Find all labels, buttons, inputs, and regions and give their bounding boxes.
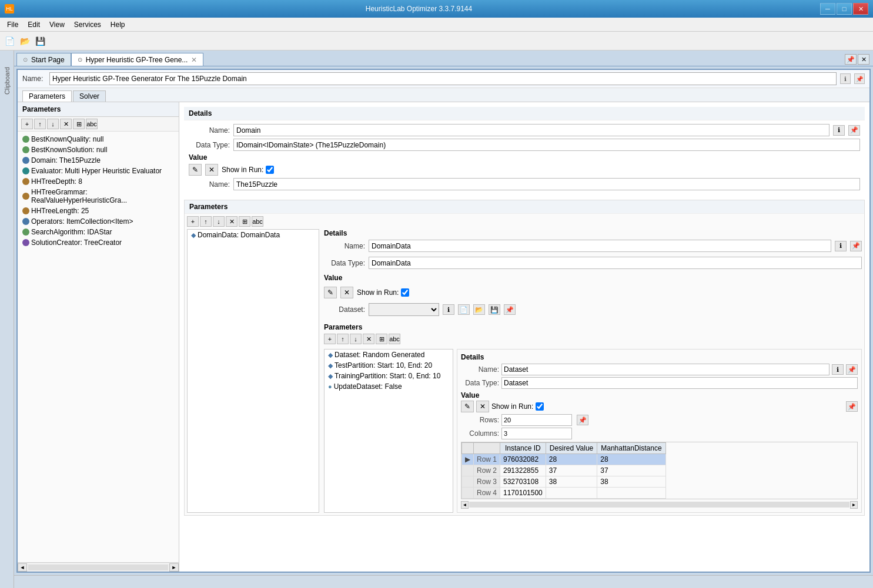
scroll-left-button[interactable]: ◄	[18, 563, 27, 572]
nested-up-btn[interactable]: ↑	[200, 216, 212, 227]
deep-clear-btn[interactable]: ✕	[476, 401, 489, 412]
sub-item-trainingpartition[interactable]: ◆ TrainingPartition: Start: 0, End: 10	[325, 371, 453, 381]
param-item-2[interactable]: Domain: The15Puzzle	[20, 155, 176, 166]
pin-window-button[interactable]: 📌	[845, 54, 857, 65]
params-collapse-button[interactable]: abc	[86, 119, 98, 129]
param-item-7[interactable]: Operators: ItemCollection<Item>	[20, 216, 176, 227]
data-table-container[interactable]: Instance ID Desired Value ManhattanDista…	[461, 442, 858, 499]
status-bar	[14, 575, 873, 588]
name-field-input[interactable]	[49, 72, 837, 85]
table-row-3[interactable]: Row 4 1170101500	[462, 488, 666, 499]
main-name-info-btn[interactable]: ℹ	[833, 125, 845, 136]
dataset-select[interactable]	[369, 303, 439, 316]
menu-edit[interactable]: Edit	[23, 18, 45, 31]
deep-info-btn[interactable]: ℹ	[832, 364, 844, 375]
cell-instance-1: 291322855	[500, 465, 546, 476]
menu-file[interactable]: File	[2, 18, 23, 31]
param-item-8[interactable]: SearchAlgorithm: IDAStar	[20, 227, 176, 237]
tab-hyper-heuristic[interactable]: ⊙ Hyper Heuristic GP-Tree Gene... ✕	[71, 53, 204, 66]
main-show-in-run-checkbox[interactable]	[266, 166, 274, 174]
name-pin-button[interactable]: 📌	[854, 73, 865, 84]
menu-services[interactable]: Services	[69, 18, 106, 31]
params-expand-button[interactable]: ⊞	[73, 119, 85, 129]
deep-cols-input[interactable]	[501, 428, 572, 439]
hscroll-left-btn[interactable]: ◄	[461, 501, 469, 509]
table-row-1[interactable]: Row 2 291322855 37 37	[462, 465, 666, 476]
deep-rows-pin-btn[interactable]: 📌	[577, 415, 588, 425]
params-toolbar: + ↑ ↓ ✕ ⊞ abc	[18, 117, 179, 132]
menu-view[interactable]: View	[45, 18, 69, 31]
nested-abc-btn[interactable]: abc	[252, 216, 263, 227]
sub-add-btn[interactable]: +	[324, 334, 336, 344]
sub-down-btn[interactable]: ↓	[350, 334, 362, 344]
table-hscrollbar[interactable]: ◄ ►	[461, 500, 858, 509]
tab-start-page[interactable]: ⊙ Start Page	[16, 53, 71, 66]
save-button[interactable]: 💾	[33, 34, 47, 48]
params-sort-asc-button[interactable]: ↑	[34, 119, 46, 129]
nested-pin2-btn[interactable]: 📌	[850, 241, 862, 251]
open-button[interactable]: 📂	[18, 34, 32, 48]
dataset-info-btn[interactable]: ℹ	[443, 304, 454, 315]
dataset-save-btn[interactable]: 💾	[489, 304, 500, 315]
sub-del-btn[interactable]: ✕	[363, 334, 374, 344]
sub-expand-btn[interactable]: ⊞	[376, 334, 387, 344]
param-item-0[interactable]: BestKnownQuality: null	[20, 134, 176, 145]
nested-item-domaindata[interactable]: ◆ DomainData: DomainData	[188, 230, 319, 240]
param-item-1[interactable]: BestKnownSolution: null	[20, 145, 176, 155]
nested-edit-btn[interactable]: ✎	[324, 287, 337, 298]
params-scrollbar[interactable]: ◄ ►	[18, 562, 179, 572]
deep-cols-row: Columns:	[461, 428, 858, 439]
params-sort-desc-button[interactable]: ↓	[47, 119, 59, 129]
hscroll-right-btn[interactable]: ►	[850, 501, 858, 509]
sub-item-updatedataset[interactable]: ● UpdateDataset: False	[325, 381, 453, 392]
sub-item-testpartition[interactable]: ◆ TestPartition: Start: 10, End: 20	[325, 360, 453, 371]
table-row-2[interactable]: Row 3 532703108 38 38	[462, 476, 666, 488]
close-button[interactable]: ✕	[853, 3, 868, 15]
nested-name-label: Name:	[324, 242, 365, 250]
nested-down-btn[interactable]: ↓	[213, 216, 225, 227]
close-window-button[interactable]: ✕	[858, 54, 869, 65]
param-item-6[interactable]: HHTreeLength: 25	[20, 206, 176, 216]
deep-show-in-run-checkbox[interactable]	[536, 402, 544, 411]
params-delete-button[interactable]: ✕	[60, 119, 72, 129]
nested-info-btn[interactable]: ℹ	[835, 241, 847, 251]
dataset-pin3-btn[interactable]: 📌	[504, 304, 516, 315]
tab-parameters[interactable]: Parameters	[22, 90, 72, 102]
menu-help[interactable]: Help	[106, 18, 130, 31]
nested-del-btn[interactable]: ✕	[226, 216, 238, 227]
deep-edit-btn[interactable]: ✎	[461, 401, 474, 412]
name-info-button[interactable]: ℹ	[840, 73, 851, 84]
maximize-button[interactable]: □	[837, 3, 852, 15]
sub-abc-btn[interactable]: abc	[389, 334, 400, 344]
table-row-0[interactable]: ▶ Row 1 976032082 28 28	[462, 454, 666, 465]
scroll-right-button[interactable]: ►	[169, 563, 179, 572]
sub-up-btn[interactable]: ↑	[337, 334, 349, 344]
main-value-section: Value	[189, 153, 860, 162]
deep-pin-btn[interactable]: 📌	[846, 364, 858, 375]
main-clear-button[interactable]: ✕	[205, 164, 218, 176]
left-params-section: Parameters + ↑ ↓ ✕ ⊞ abc Best	[18, 102, 179, 572]
param-item-5[interactable]: HHTreeGrammar: RealValueHyperHeuristicGr…	[20, 187, 176, 206]
nested-expand-btn[interactable]: ⊞	[239, 216, 250, 227]
app-icon: HL	[5, 4, 14, 14]
main-name-pin-btn[interactable]: 📌	[848, 125, 860, 136]
nested-show-in-run-checkbox[interactable]	[401, 288, 409, 297]
sub-item-updatedataset-icon: ●	[328, 383, 332, 390]
sub-item-dataset[interactable]: ◆ Dataset: Random Generated	[325, 350, 453, 360]
dataset-new-btn[interactable]: 📄	[458, 304, 470, 315]
param-item-4[interactable]: HHTreeDepth: 8	[20, 176, 176, 187]
nested-add-btn[interactable]: +	[187, 216, 199, 227]
new-button[interactable]: 📄	[2, 34, 16, 48]
tab-solver[interactable]: Solver	[73, 90, 106, 102]
nested-clear-btn[interactable]: ✕	[340, 287, 353, 298]
dataset-open-btn[interactable]: 📂	[473, 304, 485, 315]
main-edit-button[interactable]: ✎	[189, 164, 202, 176]
param-item-9[interactable]: SolutionCreator: TreeCreator	[20, 237, 176, 248]
tab-close-icon[interactable]: ✕	[191, 56, 197, 64]
param-item-3[interactable]: Evaluator: Multi Hyper Heuristic Evaluat…	[20, 166, 176, 176]
deep-rows-input[interactable]	[501, 414, 572, 426]
params-add-button[interactable]: +	[21, 119, 33, 129]
nested-name-row: Name: DomainData ℹ 📌	[324, 240, 862, 252]
minimize-button[interactable]: ─	[820, 3, 835, 15]
deep-pin2-btn[interactable]: 📌	[846, 401, 858, 412]
